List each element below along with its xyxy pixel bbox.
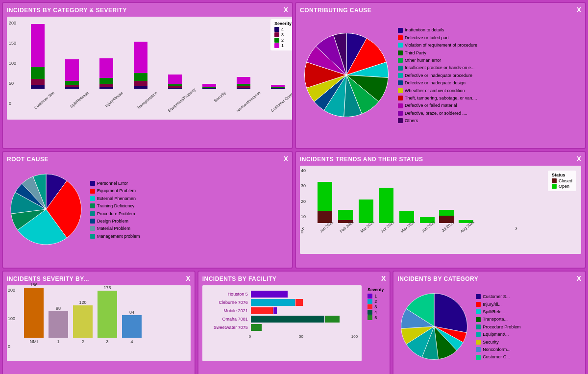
panel4-bars-container: Jan 2021Feb 2021Mar 2021Apr 2021May 2021… <box>317 171 576 229</box>
facility-row: Houston 5 <box>206 291 358 298</box>
panel3-legend: Personnel ErrorEquipment ProblemExternal… <box>90 179 140 240</box>
trend-prev-button[interactable]: ‹ <box>302 224 304 232</box>
panel5-close-button[interactable]: X <box>186 274 190 282</box>
panel-incidents-severity: INCIDENTS SEVERITY BY... X 200 100 0 186… <box>2 271 196 374</box>
panel4-close-button[interactable]: X <box>577 155 581 163</box>
panel5-chart: 200 100 0 186NMI98112021753844 <box>7 285 191 361</box>
legend-item: Equipment/... <box>476 331 521 338</box>
panel2-pie <box>300 28 393 123</box>
panel6-close-button[interactable]: X <box>381 274 386 282</box>
panel1-severity-legend: Severity 4 3 2 1 <box>270 19 293 50</box>
panel2-close-button[interactable]: X <box>577 6 581 14</box>
panel1-y-axis: 200 150 100 50 0 <box>9 21 16 106</box>
legend-item: Inattention to details <box>398 26 477 33</box>
facility-rows: Houston 5Cleburne 7076Mobile 2021Omaha 7… <box>206 291 358 331</box>
bar-group: Injury/Illness <box>92 58 121 95</box>
legend-item: Others <box>398 117 477 124</box>
panel1-chart: 200 150 100 50 0 Customer SiteSpill/Rele… <box>7 17 293 120</box>
legend-item: Violation of requirement of procedure <box>398 42 477 49</box>
sev-bar-group: 981 <box>49 306 68 344</box>
panel1-title: INCIDENTS BY CATEGORY & SEVERITY <box>7 7 288 14</box>
sev-bar-group: 1753 <box>98 285 117 344</box>
panel3-pie <box>7 170 85 249</box>
panel5-title: INCIDENTS SEVERITY BY... <box>7 275 191 282</box>
sev-bar-group: 844 <box>122 310 142 344</box>
bottom-row: INCIDENTS SEVERITY BY... X 200 100 0 186… <box>2 271 586 374</box>
panel6-chart: Houston 5Cleburne 7076Mobile 2021Omaha 7… <box>202 285 362 361</box>
panel7-content: Customer S...Injury/Ill...Spill/Rele...T… <box>397 285 581 369</box>
panel7-close-button[interactable]: X <box>577 274 581 282</box>
bar-group: Customer Compla... <box>263 85 293 95</box>
panel4-title: INCIDENTS TRENDS AND THEIR STATUS <box>300 156 581 163</box>
legend-item: Nonconform... <box>476 346 521 353</box>
legend-item: Defective or inadequate design <box>398 79 477 86</box>
trend-bar-group: Apr 2021 <box>378 164 394 229</box>
trend-bar-group: Jul 2021 <box>439 164 454 229</box>
bar-group: Spill/Release <box>57 59 87 95</box>
panel5-bars-container: 186NMI98112021753844 <box>24 290 186 344</box>
trend-bar-group: Jun 2021 <box>419 164 435 229</box>
panel-incidents-facility: INCIDENTS BY FACILITY X Houston 5Cleburn… <box>197 271 391 374</box>
panel-root-cause: ROOT CAUSE X Personnel ErrorEquipment Pr… <box>2 151 293 269</box>
sev-bar-group: 1202 <box>73 300 93 344</box>
legend-item: Training Deficiency <box>90 202 140 209</box>
panel6-legend: Severity 1 2 3 4 5 <box>366 285 386 361</box>
panel2-title: CONTRIBUTING CAUSE <box>300 7 581 14</box>
facility-row: Cleburne 7076 <box>206 299 358 306</box>
dashboard: INCIDENTS BY CATEGORY & SEVERITY X 200 1… <box>0 0 588 374</box>
legend-item: Other human error <box>398 57 477 64</box>
legend-item: Personnel Error <box>90 180 140 187</box>
sev-bar-group: 186NMI <box>24 282 44 344</box>
bar-group: Security <box>195 84 224 95</box>
panel7-title: INCIDENTS BY CATEGORY <box>397 275 581 282</box>
panel7-pie <box>397 290 471 364</box>
contributing-cause-pie <box>300 28 393 122</box>
panel-incidents-by-category: INCIDENTS BY CATEGORY X Customer S...Inj… <box>392 271 586 374</box>
facility-row: Omaha 7081 <box>206 316 358 323</box>
facility-row: Sweetwater 7075 <box>206 324 358 331</box>
bar-group: Customer Site <box>23 24 52 95</box>
panel4-chart: 40 30 20 10 0 Jan 2021Feb 2021Mar 2021Ap… <box>300 166 581 254</box>
legend-item: Insufficient practice or hands-on e... <box>398 64 477 71</box>
panel6-content: Houston 5Cleburne 7076Mobile 2021Omaha 7… <box>202 285 386 361</box>
legend-item: Equipment Problem <box>90 187 140 194</box>
legend-item: Procedure Problem <box>90 210 140 217</box>
root-cause-pie-svg <box>7 170 85 249</box>
panel-incidents-category-severity: INCIDENTS BY CATEGORY & SEVERITY X 200 1… <box>2 2 293 149</box>
legend-item: Defective or failed part <box>398 34 477 41</box>
panel-contributing-cause: CONTRIBUTING CAUSE X Inattention to deta… <box>295 2 586 149</box>
legend-item: Management problem <box>90 233 140 240</box>
legend-item: Material Problem <box>90 225 140 232</box>
trend-bar-group: Mar 2021 <box>358 164 374 229</box>
legend-item: Defective or failed material <box>398 102 477 109</box>
bar-group: Nonconformance <box>229 77 258 95</box>
panel2-legend: Inattention to detailsDefective or faile… <box>398 26 477 125</box>
panel3-title: ROOT CAUSE <box>7 156 288 163</box>
by-category-pie-svg <box>397 290 471 363</box>
legend-item: Customer C... <box>476 353 521 360</box>
legend-item: Customer S... <box>476 293 521 300</box>
legend-item: External Phenomen <box>90 195 140 202</box>
trend-bar-group: Aug 2021 <box>458 164 474 229</box>
legend-item: Spill/Rele... <box>476 308 521 315</box>
legend-item: Theft, tampering, sabotage, or van.... <box>398 95 477 101</box>
trend-bar-group: May 2021 <box>398 164 415 229</box>
legend-item: Procedure Problem <box>476 324 521 330</box>
panel1-bars-container: Customer SiteSpill/ReleaseInjury/Illness… <box>22 17 293 95</box>
trend-next-button[interactable]: › <box>515 224 517 232</box>
bar-group: Equipment/Property <box>160 75 190 95</box>
legend-item: Security <box>476 339 521 346</box>
panel6-x-axis: 0 50 100 <box>206 332 358 339</box>
trend-bar-group: Jan 2021 <box>317 164 333 229</box>
panel1-close-button[interactable]: X <box>284 6 288 14</box>
legend-item: Wheather or ambient condition <box>398 87 477 94</box>
panel3-content: Personnel ErrorEquipment ProblemExternal… <box>7 166 288 254</box>
legend-item: Defective or inadequate procedure <box>398 72 477 79</box>
panel6-title: INCIDENTS BY FACILITY <box>202 275 386 282</box>
trend-bar-group: Feb 2021 <box>337 164 354 229</box>
legend-item: Injury/Ill... <box>476 301 521 308</box>
panel3-close-button[interactable]: X <box>284 155 288 163</box>
panel-incidents-trends: INCIDENTS TRENDS AND THEIR STATUS X 40 3… <box>295 151 586 269</box>
panel2-content: Inattention to detailsDefective or faile… <box>300 17 581 134</box>
legend-item: Design Problem <box>90 218 140 224</box>
